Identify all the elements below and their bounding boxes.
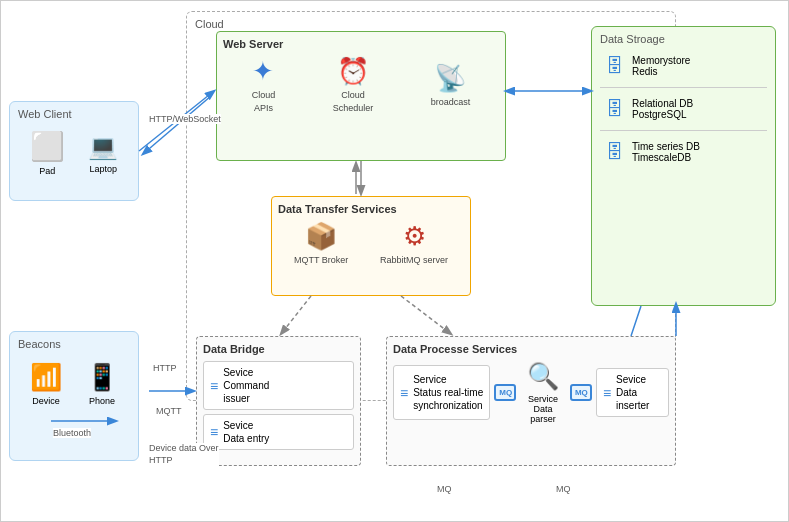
pad-icon: ⬜: [30, 130, 65, 163]
postgresql-label2: PostgreSQL: [632, 109, 693, 120]
cloud-label: Cloud: [195, 18, 224, 30]
inserter-icon: ≡: [603, 385, 611, 401]
beacons-devices: 📶 Device 📱 Phone: [18, 362, 130, 406]
command-label3: issuer: [223, 392, 269, 405]
webserver-title: Web Server: [223, 38, 499, 50]
postgresql-icon: 🗄: [606, 99, 624, 120]
status-icon: ≡: [400, 385, 408, 401]
service-command-box: ≡ Sevice Command issuer: [203, 361, 354, 410]
mq1-label: MQ: [437, 484, 452, 494]
dataprocess-box: Data Processe Services ≡ Service Status …: [386, 336, 676, 466]
data-parser-container: 🔍 Service Data parser: [520, 361, 566, 424]
datastorage-region: Data Stroage 🗄 Memorystore Redis 🗄 Relat…: [591, 26, 776, 306]
mq2-label: MQ: [556, 484, 571, 494]
bluetooth-label: Bluetooth: [53, 428, 91, 438]
parser-label1: Service: [520, 394, 566, 404]
cloud-apis-item: ✦ Cloud APIs: [252, 56, 276, 113]
dataentry-label2: Data entry: [223, 432, 269, 445]
webclient-region: Web Client ⬜ Pad 💻 Laptop: [9, 101, 139, 201]
status-label1: Service: [413, 373, 483, 386]
dataentry-label1: Sevice: [223, 419, 269, 432]
redis-label2: Redis: [632, 66, 690, 77]
dataentry-icon: ≡: [210, 424, 218, 440]
databridge-box: Data Bridge ≡ Sevice Command issuer ≡ Se…: [196, 336, 361, 466]
service-inserter-box: ≡ Sevice Data inserter: [596, 368, 669, 417]
timescale-label2: TimescaleDB: [632, 152, 700, 163]
webserver-icons: ✦ Cloud APIs ⏰ Cloud Scheduler 📡 broadca…: [223, 56, 499, 113]
beacons-region: Beacons 📶 Device 📱 Phone: [9, 331, 139, 461]
laptop-label: Laptop: [89, 164, 117, 174]
parser-search-icon: 🔍: [527, 361, 559, 392]
mqtt-icon: 📦: [305, 221, 337, 252]
beacons-label: Beacons: [18, 338, 61, 350]
storage-timescale: 🗄 Time series DB TimescaleDB: [606, 141, 761, 163]
diagram-container: Cloud Web Client ⬜ Pad 💻 Laptop Beacons …: [0, 0, 789, 522]
postgresql-label1: Relational DB: [632, 98, 693, 109]
status-label3: synchronization: [413, 399, 483, 412]
broadcast-icon: 📡: [434, 63, 466, 94]
mq2-box: MQ: [570, 384, 592, 401]
cloud-apis-label: Cloud: [252, 90, 276, 100]
cloud-scheduler-label2: Scheduler: [333, 103, 374, 113]
parser-label2: Data parser: [520, 404, 566, 424]
pad-device: ⬜ Pad: [30, 130, 65, 176]
cloud-apis-icon: ✦: [252, 56, 274, 87]
rabbitmq-item: ⚙ RabbitMQ server: [380, 221, 448, 265]
parser-label: Service Data parser: [520, 394, 566, 424]
dataprocess-title: Data Processe Services: [393, 343, 669, 355]
service-dataentry-box: ≡ Sevice Data entry: [203, 414, 354, 450]
timescale-label1: Time series DB: [632, 141, 700, 152]
mqtt-item: 📦 MQTT Broker: [294, 221, 348, 265]
mq1-box: MQ: [494, 384, 516, 401]
client-devices: ⬜ Pad 💻 Laptop: [18, 130, 130, 176]
command-icon: ≡: [210, 378, 218, 394]
datatransfer-title: Data Transfer Services: [278, 203, 464, 215]
redis-label1: Memorystore: [632, 55, 690, 66]
pad-label: Pad: [39, 166, 55, 176]
command-label2: Command: [223, 379, 269, 392]
laptop-device: 💻 Laptop: [88, 133, 118, 174]
databridge-title: Data Bridge: [203, 343, 354, 355]
storage-redis: 🗄 Memorystore Redis: [606, 55, 761, 77]
cloud-apis-label2: APIs: [254, 103, 273, 113]
inserter-label1: Sevice: [616, 373, 662, 386]
datatransfer-icons: 📦 MQTT Broker ⚙ RabbitMQ server: [278, 221, 464, 265]
datastorage-label: Data Stroage: [600, 33, 665, 45]
http-websocket-label: HTTP/WebSocket: [149, 114, 221, 124]
inserter-label2: Data inserter: [616, 386, 662, 412]
device-data-label: Device data OverHTTP: [149, 443, 219, 466]
command-label1: Sevice: [223, 366, 269, 379]
datatransfer-box: Data Transfer Services 📦 MQTT Broker ⚙ R…: [271, 196, 471, 296]
device-label: Device: [32, 396, 60, 406]
phone-icon: 📱: [86, 362, 118, 393]
cloud-scheduler-item: ⏰ Cloud Scheduler: [333, 56, 374, 113]
rabbitmq-label: RabbitMQ server: [380, 255, 448, 265]
mq1-container: MQ: [494, 384, 516, 401]
device-icon: 📶: [30, 362, 62, 393]
redis-icon: 🗄: [606, 56, 624, 77]
status-label2: Status real-time: [413, 386, 483, 399]
webserver-box: Web Server ✦ Cloud APIs ⏰ Cloud Schedule…: [216, 31, 506, 161]
broadcast-label: broadcast: [431, 97, 471, 107]
cloud-scheduler-icon: ⏰: [337, 56, 369, 87]
rabbitmq-icon: ⚙: [403, 221, 426, 252]
mqtt-label: MQTT Broker: [294, 255, 348, 265]
storage-postgresql: 🗄 Relational DB PostgreSQL: [606, 98, 761, 120]
http-label: HTTP: [153, 363, 177, 373]
phone-label: Phone: [89, 396, 115, 406]
broadcast-item: 📡 broadcast: [431, 63, 471, 107]
phone-item: 📱 Phone: [86, 362, 118, 406]
mq2-container: MQ: [570, 384, 592, 401]
mqtt-label: MQTT: [156, 406, 182, 416]
webclient-label: Web Client: [18, 108, 72, 120]
service-status-box: ≡ Service Status real-time synchronizati…: [393, 365, 490, 420]
timescale-icon: 🗄: [606, 142, 624, 163]
cloud-scheduler-label: Cloud: [341, 90, 365, 100]
device-item: 📶 Device: [30, 362, 62, 406]
laptop-icon: 💻: [88, 133, 118, 161]
